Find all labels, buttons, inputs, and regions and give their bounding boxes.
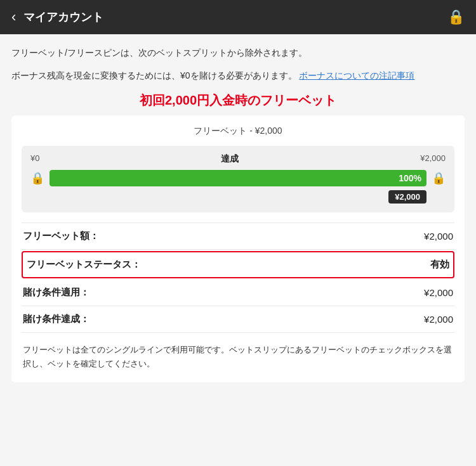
detail-label-wager-met: 賭け条件達成： [23,313,89,325]
detail-label-wager-required: 賭け条件適用： [23,287,89,299]
card-subtitle: フリーベット - ¥2,000 [22,126,454,137]
detail-label-freebet-amount: フリーベット額： [23,230,99,242]
amount-bubble-row: ¥2,000 [30,190,446,204]
detail-row-wager-met: 賭け条件達成： ¥2,000 [22,306,454,333]
back-button[interactable]: ‹ [11,5,21,29]
progress-bar-wrapper: 100% [50,170,426,186]
progress-label-left: ¥0 [30,153,39,165]
detail-value-wager-required: ¥2,000 [424,287,453,298]
lock-right-icon: 🔒 [432,171,446,185]
progress-bar-fill: 100% [50,170,426,186]
detail-row-freebet-amount: フリーベット額： ¥2,000 [22,223,454,250]
progress-container: ¥0 達成 ¥2,000 🔒 100% 🔒 ¥2,000 [22,146,454,212]
detail-rows: フリーベット額： ¥2,000 フリーベットステータス： 有効 賭け条件適用： … [22,223,454,333]
info-text-2: ボーナス残高を現金に変換するためには、¥0を賭ける必要があります。 ボーナスにつ… [11,68,465,82]
progress-pct: 100% [399,173,421,183]
info-text-2-pre: ボーナス残高を現金に変換するためには、¥0を賭ける必要があります。 [11,70,297,81]
detail-value-status: 有効 [430,259,449,271]
detail-value-wager-met: ¥2,000 [424,314,453,325]
detail-row-wager-required: 賭け条件適用： ¥2,000 [22,280,454,306]
info-text-1: フリーベット/フリースピンは、次のベットスプリットから除外されます。 [11,46,465,60]
progress-labels: ¥0 達成 ¥2,000 [30,153,446,165]
bonus-card: フリーベット - ¥2,000 ¥0 達成 ¥2,000 🔒 100% 🔒 ¥2… [11,115,465,382]
header: ‹ マイアカウント 🔒 [0,0,476,34]
progress-label-right: ¥2,000 [420,153,446,165]
detail-value-freebet-amount: ¥2,000 [424,231,453,242]
progress-bar-row: 🔒 100% 🔒 [30,170,446,186]
page-title: マイアカウント [23,10,447,25]
amount-bubble: ¥2,000 [388,190,426,204]
promo-title: 初回2,000円入金時のフリーベット [11,92,465,109]
lock-left-icon: 🔒 [30,171,44,185]
detail-label-status: フリーベットステータス： [27,259,141,271]
main-content: フリーベット/フリースピンは、次のベットスプリットから除外されます。 ボーナス残… [0,34,476,382]
detail-row-status: フリーベットステータス： 有効 [22,251,454,278]
footer-text: フリーベットは全てのシングルラインで利用可能です。ベットスリップにあるフリーベッ… [22,343,454,371]
lock-icon: 🔒 [447,9,465,25]
bonus-info-link[interactable]: ボーナスについての注記事項 [299,70,414,81]
progress-label-center: 達成 [221,153,239,165]
